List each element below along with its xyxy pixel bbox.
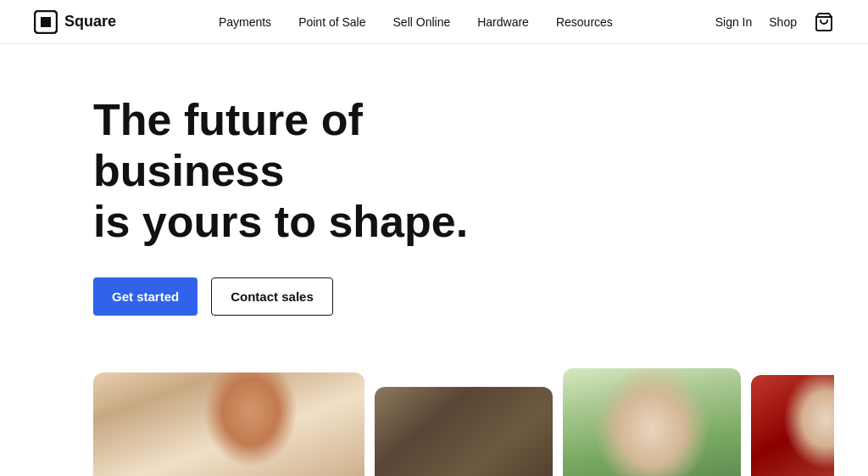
nav-link-pos[interactable]: Point of Sale <box>298 15 365 29</box>
shopping-cart-icon[interactable] <box>814 12 834 32</box>
hero-headline: The future of business is yours to shape… <box>93 95 534 247</box>
get-started-button[interactable]: Get started <box>93 277 198 316</box>
hero-image-3 <box>563 368 741 476</box>
hero-section: The future of business is yours to shape… <box>0 44 868 476</box>
nav-link-payments[interactable]: Payments <box>219 15 271 29</box>
hero-image-row <box>93 360 834 476</box>
sign-in-link[interactable]: Sign In <box>715 15 753 29</box>
logo-text: Square <box>64 13 116 31</box>
contact-sales-button[interactable]: Contact sales <box>211 277 333 316</box>
hero-buttons: Get started Contact sales <box>93 277 834 316</box>
hero-headline-line1: The future of business <box>93 95 363 195</box>
navigation: Square Payments Point of Sale Sell Onlin… <box>0 0 868 44</box>
nav-link-resources[interactable]: Resources <box>556 15 613 29</box>
hero-image-1 <box>93 372 364 476</box>
hero-image-4 <box>751 375 834 476</box>
nav-item-payments: Payments <box>219 14 271 30</box>
svg-rect-1 <box>41 17 51 27</box>
nav-right: Sign In Shop <box>715 12 834 32</box>
nav-item-pos: Point of Sale <box>298 14 365 30</box>
nav-item-sell-online: Sell Online <box>393 14 451 30</box>
hero-headline-line2: is yours to shape. <box>93 197 468 246</box>
nav-item-hardware: Hardware <box>477 14 529 30</box>
square-logo-icon <box>34 10 58 34</box>
nav-link-hardware[interactable]: Hardware <box>477 15 529 29</box>
logo-link[interactable]: Square <box>34 10 116 34</box>
nav-item-resources: Resources <box>556 14 613 30</box>
nav-link-sell-online[interactable]: Sell Online <box>393 15 451 29</box>
nav-links: Payments Point of Sale Sell Online Hardw… <box>219 14 613 30</box>
hero-image-2 <box>375 387 553 476</box>
shop-link[interactable]: Shop <box>769 15 797 29</box>
